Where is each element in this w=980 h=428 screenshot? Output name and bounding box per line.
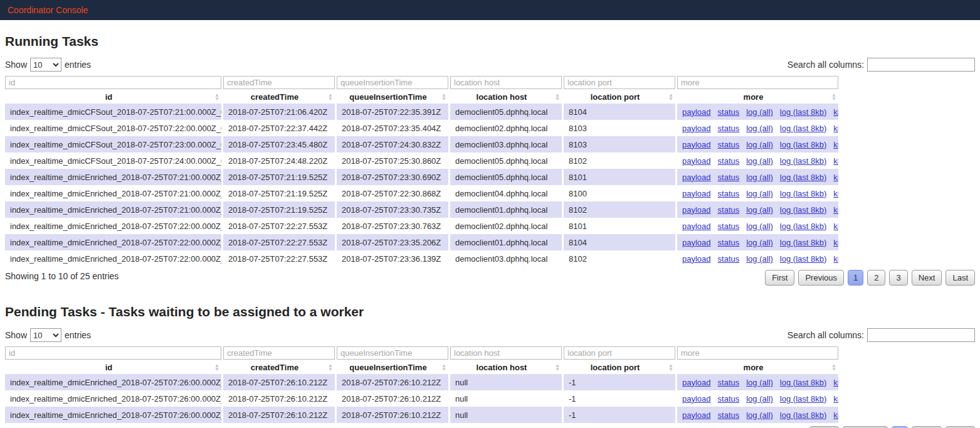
kill-link[interactable]: kill	[833, 173, 838, 182]
pending-column-header-more[interactable]: more▲▼	[677, 361, 838, 374]
log-all-link[interactable]: log (all)	[746, 107, 773, 117]
payload-link[interactable]: payload	[682, 140, 711, 149]
log-last-8kb-link[interactable]: log (last 8kb)	[780, 124, 826, 133]
payload-link[interactable]: payload	[682, 189, 711, 198]
status-link[interactable]: status	[718, 124, 740, 133]
log-last-8kb-link[interactable]: log (last 8kb)	[780, 173, 826, 182]
page-1-button[interactable]: 1	[848, 270, 863, 286]
running-search-all-columns-input[interactable]	[867, 58, 975, 72]
kill-link[interactable]: kill	[833, 205, 838, 215]
log-last-8kb-link[interactable]: log (last 8kb)	[780, 140, 826, 149]
log-all-link[interactable]: log (all)	[746, 222, 773, 231]
log-all-link[interactable]: log (all)	[746, 254, 773, 264]
page-first-button[interactable]: First	[765, 270, 794, 286]
pending-column-header-location-port[interactable]: location port▲▼	[564, 361, 675, 374]
page-2-button[interactable]: 2	[867, 270, 885, 286]
log-all-link[interactable]: log (all)	[746, 378, 773, 387]
log-last-8kb-link[interactable]: log (last 8kb)	[780, 107, 826, 117]
kill-link[interactable]: kill	[833, 107, 838, 117]
log-all-link[interactable]: log (all)	[746, 394, 773, 404]
payload-link[interactable]: payload	[682, 238, 711, 247]
page-previous-button[interactable]: Previous	[798, 270, 844, 286]
running-page-size-select[interactable]: 10	[30, 58, 61, 72]
payload-link[interactable]: payload	[682, 254, 711, 264]
log-last-8kb-link[interactable]: log (last 8kb)	[780, 222, 826, 231]
status-link[interactable]: status	[718, 254, 740, 264]
log-last-8kb-link[interactable]: log (last 8kb)	[780, 205, 826, 215]
payload-link[interactable]: payload	[682, 378, 711, 387]
kill-link[interactable]: kill	[833, 140, 838, 149]
status-link[interactable]: status	[718, 107, 740, 117]
payload-link[interactable]: payload	[682, 173, 711, 182]
kill-link[interactable]: kill	[833, 238, 838, 247]
running-column-header-location-port[interactable]: location port▲▼	[564, 90, 675, 104]
log-all-link[interactable]: log (all)	[746, 189, 773, 198]
log-all-link[interactable]: log (all)	[746, 173, 773, 182]
kill-link[interactable]: kill	[833, 410, 838, 420]
page-next-button[interactable]: Next	[912, 270, 942, 286]
log-last-8kb-link[interactable]: log (last 8kb)	[780, 394, 826, 404]
coordinator-console-link[interactable]: Coordinator Console	[8, 5, 88, 15]
pending-filter-more-input[interactable]	[677, 346, 838, 360]
pending-page-size-select[interactable]: 10	[30, 328, 61, 342]
payload-link[interactable]: payload	[682, 410, 711, 420]
pending-filter-location-host-input[interactable]	[450, 346, 562, 360]
kill-link[interactable]: kill	[833, 156, 838, 166]
log-all-link[interactable]: log (all)	[746, 140, 773, 149]
log-all-link[interactable]: log (all)	[746, 124, 773, 133]
status-link[interactable]: status	[718, 222, 740, 231]
kill-link[interactable]: kill	[833, 378, 838, 387]
pending-filter-location-port-input[interactable]	[564, 346, 675, 360]
kill-link[interactable]: kill	[833, 124, 838, 133]
running-column-header-more[interactable]: more▲▼	[677, 90, 838, 104]
log-last-8kb-link[interactable]: log (last 8kb)	[780, 156, 826, 166]
payload-link[interactable]: payload	[682, 222, 711, 231]
log-last-8kb-link[interactable]: log (last 8kb)	[780, 378, 826, 387]
payload-link[interactable]: payload	[682, 107, 711, 117]
status-link[interactable]: status	[718, 156, 740, 166]
running-column-header-location-host[interactable]: location host▲▼	[450, 90, 562, 104]
status-link[interactable]: status	[718, 394, 740, 404]
pending-column-header-location-host[interactable]: location host▲▼	[450, 361, 562, 374]
status-link[interactable]: status	[718, 140, 740, 149]
pending-column-header-id[interactable]: id▲▼	[5, 361, 221, 374]
running-filter-location-host-input[interactable]	[450, 76, 562, 89]
payload-link[interactable]: payload	[682, 124, 711, 133]
payload-link[interactable]: payload	[682, 394, 711, 404]
log-all-link[interactable]: log (all)	[746, 156, 773, 166]
payload-link[interactable]: payload	[682, 156, 711, 166]
log-all-link[interactable]: log (all)	[746, 410, 773, 420]
log-last-8kb-link[interactable]: log (last 8kb)	[780, 189, 826, 198]
running-filter-more-input[interactable]	[677, 76, 838, 89]
payload-link[interactable]: payload	[682, 205, 711, 215]
kill-link[interactable]: kill	[833, 222, 838, 231]
log-last-8kb-link[interactable]: log (last 8kb)	[780, 254, 826, 264]
running-filter-location-port-input[interactable]	[564, 76, 675, 89]
running-filter-id-input[interactable]	[5, 76, 221, 89]
pending-search-all-columns-input[interactable]	[867, 328, 975, 342]
pending-column-header-queueinsertiontime[interactable]: queueInsertionTime▲▼	[337, 361, 448, 374]
kill-link[interactable]: kill	[833, 394, 838, 404]
page-3-button[interactable]: 3	[889, 270, 907, 286]
pending-column-header-createdtime[interactable]: createdTime▲▼	[223, 361, 335, 374]
running-filter-queueinsertiontime-input[interactable]	[337, 76, 448, 89]
pending-filter-id-input[interactable]	[5, 346, 221, 360]
running-column-header-queueinsertiontime[interactable]: queueInsertionTime▲▼	[337, 90, 448, 104]
log-all-link[interactable]: log (all)	[746, 238, 773, 247]
status-link[interactable]: status	[718, 173, 740, 182]
status-link[interactable]: status	[718, 378, 740, 387]
page-last-button[interactable]: Last	[946, 270, 975, 286]
log-last-8kb-link[interactable]: log (last 8kb)	[780, 410, 826, 420]
pending-filter-createdtime-input[interactable]	[223, 346, 335, 360]
running-filter-createdtime-input[interactable]	[223, 76, 335, 89]
kill-link[interactable]: kill	[833, 189, 838, 198]
log-all-link[interactable]: log (all)	[746, 205, 773, 215]
status-link[interactable]: status	[718, 205, 740, 215]
running-column-header-id[interactable]: id▲▼	[5, 90, 221, 104]
status-link[interactable]: status	[718, 189, 740, 198]
status-link[interactable]: status	[718, 410, 740, 420]
pending-filter-queueinsertiontime-input[interactable]	[337, 346, 448, 360]
kill-link[interactable]: kill	[833, 254, 838, 264]
running-column-header-createdtime[interactable]: createdTime▲▼	[223, 90, 335, 104]
log-last-8kb-link[interactable]: log (last 8kb)	[780, 238, 826, 247]
